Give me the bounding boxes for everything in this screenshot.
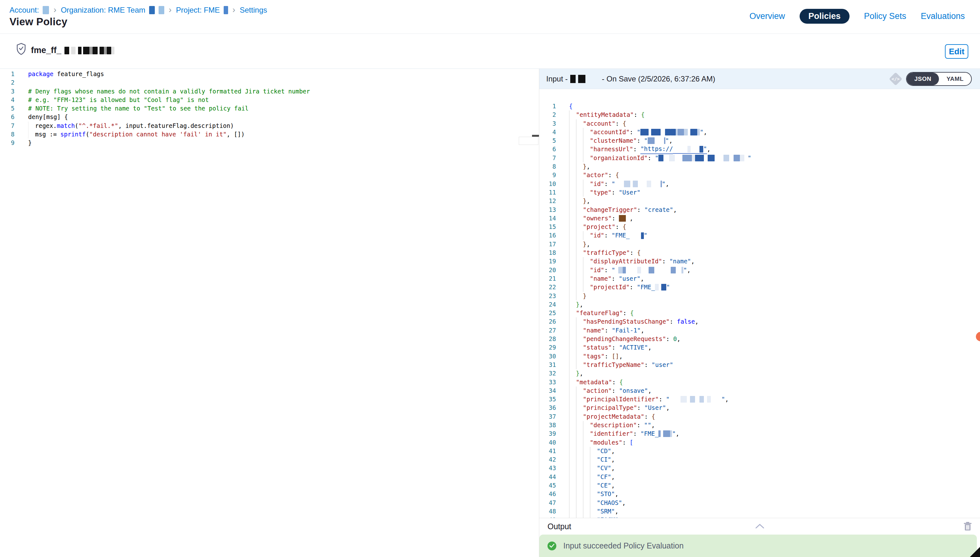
- code-line[interactable]: 23}: [539, 292, 980, 300]
- code-line[interactable]: 15"project": {: [539, 223, 980, 231]
- code-line[interactable]: 30"tags": [],: [539, 352, 980, 361]
- code-line[interactable]: 32},: [539, 369, 980, 378]
- code-line[interactable]: 34"action": "onsave",: [539, 386, 980, 395]
- code-line[interactable]: 8msg := sprintf("description cannot have…: [0, 130, 539, 138]
- code-line[interactable]: 1package feature_flags: [0, 70, 539, 78]
- breadcrumb-project-link[interactable]: Project: FME: [176, 6, 220, 15]
- code-line[interactable]: 16"id": "FME_": [539, 231, 980, 239]
- policy-name: fme_ff_: [31, 46, 114, 55]
- code-line[interactable]: 44"CF",: [539, 473, 980, 481]
- code-line[interactable]: 43"CV",: [539, 464, 980, 472]
- code-line[interactable]: 7regex.match("^.*fail.*", input.featureF…: [0, 122, 539, 130]
- code-line-content: "status": "ACTIVE",: [556, 343, 651, 352]
- code-line[interactable]: 6deny[msg] {: [0, 113, 539, 121]
- indent-guide: [569, 343, 583, 352]
- code-line[interactable]: 48"SRM",: [539, 507, 980, 516]
- code-line[interactable]: 27"name": "Fail-1",: [539, 326, 980, 335]
- evaluation-status-banner: Input succeeded Policy Evaluation: [539, 534, 977, 557]
- code-line[interactable]: 19"displayAttributeId": "name",: [539, 257, 980, 265]
- code-line[interactable]: 1{: [539, 102, 980, 111]
- code-line[interactable]: 37"projectMetadata": {: [539, 412, 980, 421]
- code-line[interactable]: 28"pendingChangeRequests": 0,: [539, 335, 980, 343]
- breadcrumb-account-link[interactable]: Account:: [10, 6, 39, 15]
- code-line[interactable]: 12},: [539, 197, 980, 205]
- redacted-gap: [660, 129, 665, 135]
- code-line[interactable]: 4"accountId": "",: [539, 128, 980, 137]
- code-line[interactable]: 11"type": "User": [539, 188, 980, 197]
- editor-scrollbar-slider[interactable]: [519, 137, 538, 145]
- redacted-text: [700, 396, 704, 402]
- code-token: ,: [676, 430, 679, 438]
- code-line[interactable]: 36"principalType": "User",: [539, 404, 980, 412]
- line-number: 9: [539, 171, 556, 179]
- input-json-editor[interactable]: 1{2"entityMetadata": {3"account": {4"acc…: [539, 89, 980, 518]
- code-line[interactable]: 5# NOTE: Try setting the name to "Test" …: [0, 104, 539, 113]
- code-line[interactable]: 8},: [539, 162, 980, 171]
- code-line[interactable]: 9"actor": {: [539, 171, 980, 179]
- edit-button[interactable]: Edit: [945, 44, 968, 59]
- code-token: "action": [583, 386, 612, 395]
- code-line[interactable]: 13"changeTrigger": "create",: [539, 205, 980, 214]
- code-line[interactable]: 41"CD",: [539, 447, 980, 455]
- redacted-gap: [695, 396, 700, 402]
- code-line[interactable]: 9}: [0, 138, 539, 147]
- redacted-text: [107, 47, 111, 54]
- code-token: ,: [579, 369, 583, 378]
- redacted-org-id-2: [158, 6, 164, 14]
- code-line[interactable]: 22"projectId": "FME_": [539, 283, 980, 292]
- code-line[interactable]: 7"organizationId": "": [539, 154, 980, 162]
- code-line[interactable]: 46"STO",: [539, 490, 980, 498]
- code-line[interactable]: 47"CHAOS",: [539, 498, 980, 507]
- code-line[interactable]: 5"clusterName": "",: [539, 137, 980, 145]
- code-token: :: [634, 111, 641, 119]
- code-token: ": [683, 266, 687, 274]
- code-line[interactable]: 49"IACM": [539, 516, 980, 518]
- code-token: }: [28, 138, 32, 147]
- breadcrumb-settings-link[interactable]: Settings: [240, 6, 267, 15]
- redacted-gap: [654, 267, 671, 274]
- indent-guide: [569, 180, 590, 188]
- tab-evaluations[interactable]: Evaluations: [921, 11, 965, 21]
- code-line[interactable]: 4# e.g. "FFM-123" is allowed but "Cool f…: [0, 96, 539, 104]
- code-line[interactable]: 35"principalIdentifier": "",: [539, 395, 980, 404]
- code-line[interactable]: 17},: [539, 240, 980, 249]
- code-line[interactable]: 31"trafficTypeName": "user": [539, 361, 980, 369]
- redacted-text: [647, 181, 651, 187]
- trash-icon[interactable]: [964, 522, 972, 531]
- redacted-policy-name: [64, 47, 114, 54]
- code-line[interactable]: 42"CI",: [539, 455, 980, 464]
- redacted-gap: [670, 396, 680, 402]
- tab-policies[interactable]: Policies: [800, 9, 850, 24]
- code-line[interactable]: 25"featureFlag": {: [539, 309, 980, 318]
- code-line[interactable]: 10"id": "",: [539, 180, 980, 188]
- code-line[interactable]: 40"modules": [: [539, 438, 980, 447]
- code-line[interactable]: 2: [0, 78, 539, 87]
- policy-code-editor[interactable]: 1package feature_flags23# Deny flags who…: [0, 69, 539, 557]
- code-line[interactable]: 20"id": "",: [539, 266, 980, 274]
- code-line[interactable]: 38"description": "",: [539, 421, 980, 430]
- code-line[interactable]: 2"entityMetadata": {: [539, 111, 980, 119]
- code-line[interactable]: 45"CE",: [539, 481, 980, 490]
- redacted-value: [629, 231, 644, 239]
- code-line[interactable]: 29"status": "ACTIVE",: [539, 343, 980, 352]
- tab-overview[interactable]: Overview: [749, 11, 785, 21]
- json-toggle-button[interactable]: JSON: [907, 73, 939, 85]
- code-line[interactable]: 3"account": {: [539, 119, 980, 128]
- code-line[interactable]: 39"identifier": "FME_",: [539, 430, 980, 438]
- code-line[interactable]: 26"hasPendingStatusChange": false,: [539, 318, 980, 326]
- yaml-toggle-button[interactable]: YAML: [939, 73, 971, 85]
- code-line[interactable]: 18"trafficType": {: [539, 249, 980, 257]
- code-token: {: [651, 412, 655, 421]
- chevron-up-icon[interactable]: [755, 523, 765, 529]
- code-line[interactable]: 21"name": "user",: [539, 274, 980, 283]
- code-line[interactable]: 33"metadata": {: [539, 378, 980, 386]
- code-line[interactable]: 24},: [539, 300, 980, 309]
- code-token: ,: [611, 481, 615, 490]
- breadcrumb-organization-link[interactable]: Organization: RME Team: [61, 6, 145, 15]
- code-line[interactable]: 14"owners": ,: [539, 214, 980, 223]
- code-line[interactable]: 3# Deny flags whose names do not contain…: [0, 87, 539, 96]
- policy-nav-tabs: Overview Policies Policy Sets Evaluation…: [749, 9, 965, 24]
- code-token: "IACM": [597, 516, 619, 518]
- code-line[interactable]: 6"harnessUrl": "https://",: [539, 145, 980, 153]
- tab-policy-sets[interactable]: Policy Sets: [864, 11, 907, 21]
